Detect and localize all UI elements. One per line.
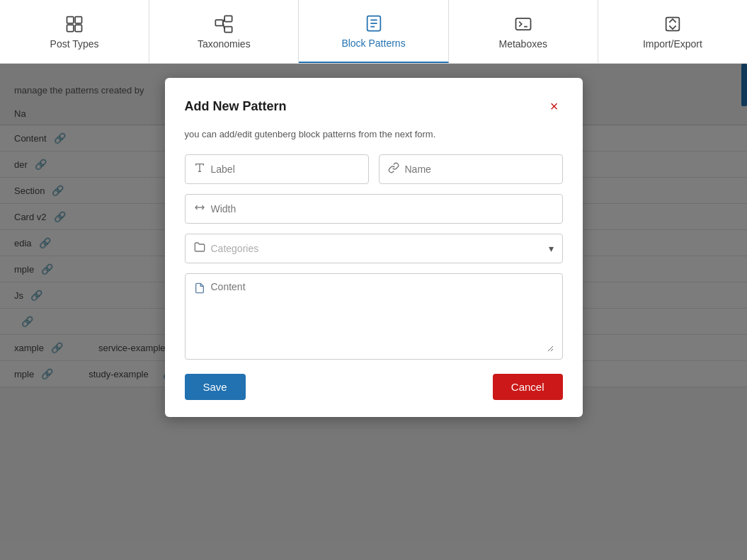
background-content: manage the patterns created by Na Conten…: [0, 64, 747, 560]
svg-rect-0: [67, 16, 74, 23]
tab-import-export-label: Import/Export: [643, 38, 702, 50]
label-field[interactable]: [185, 154, 369, 184]
categories-select[interactable]: Categories: [211, 243, 543, 254]
svg-rect-6: [224, 26, 232, 32]
svg-rect-2: [67, 25, 74, 31]
label-input[interactable]: [211, 164, 360, 175]
tab-import-export[interactable]: Import/Export: [598, 0, 747, 63]
modal-footer: Save Cancel: [185, 374, 563, 400]
modal-close-button[interactable]: ×: [546, 98, 563, 115]
metaboxes-icon: [513, 14, 533, 34]
name-field[interactable]: [379, 154, 563, 184]
svg-line-8: [223, 23, 224, 29]
tab-block-patterns-label: Block Patterns: [341, 38, 405, 49]
folder-icon: [194, 241, 205, 256]
tab-taxonomies[interactable]: Taxonomies: [149, 0, 299, 63]
categories-select-wrapper[interactable]: Categories ▾: [185, 234, 563, 263]
chevron-down-icon: ▾: [549, 243, 554, 254]
content-field[interactable]: [185, 273, 563, 360]
label-name-row: [185, 154, 563, 184]
save-button[interactable]: Save: [185, 374, 246, 400]
tab-post-types[interactable]: Post Types: [0, 0, 149, 63]
import-export-icon: [663, 14, 683, 34]
cancel-button[interactable]: Cancel: [493, 374, 563, 400]
add-pattern-modal: Add New Pattern × you can add/edit guten…: [165, 78, 583, 417]
width-input[interactable]: [211, 203, 554, 215]
block-patterns-icon: [364, 13, 384, 33]
name-input[interactable]: [405, 164, 554, 175]
link-field-icon: [388, 162, 399, 176]
modal-title: Add New Pattern: [185, 99, 287, 114]
width-field[interactable]: [185, 194, 563, 224]
tab-metaboxes[interactable]: Metaboxes: [449, 0, 598, 63]
modal-overlay: Add New Pattern × you can add/edit guten…: [0, 64, 747, 560]
file-icon: [194, 282, 205, 297]
svg-rect-5: [224, 16, 232, 21]
taxonomies-icon: [214, 14, 234, 34]
width-icon: [194, 202, 205, 216]
modal-header: Add New Pattern ×: [185, 98, 563, 115]
svg-rect-13: [515, 18, 530, 29]
svg-rect-3: [75, 25, 81, 31]
svg-line-7: [223, 18, 224, 23]
top-navigation: Post Types Taxonomies Block Patterns Met…: [0, 0, 747, 64]
width-row: [185, 194, 563, 224]
text-icon: [194, 162, 205, 176]
tab-post-types-label: Post Types: [50, 38, 99, 50]
tab-block-patterns[interactable]: Block Patterns: [299, 0, 448, 63]
content-textarea[interactable]: [211, 281, 554, 352]
tab-taxonomies-label: Taxonomies: [198, 38, 251, 50]
post-types-icon: [64, 14, 84, 34]
svg-rect-4: [216, 20, 224, 25]
tab-metaboxes-label: Metaboxes: [498, 38, 547, 50]
modal-info: you can add/edit gutenberg block pattern…: [185, 127, 563, 142]
svg-rect-1: [75, 16, 81, 23]
